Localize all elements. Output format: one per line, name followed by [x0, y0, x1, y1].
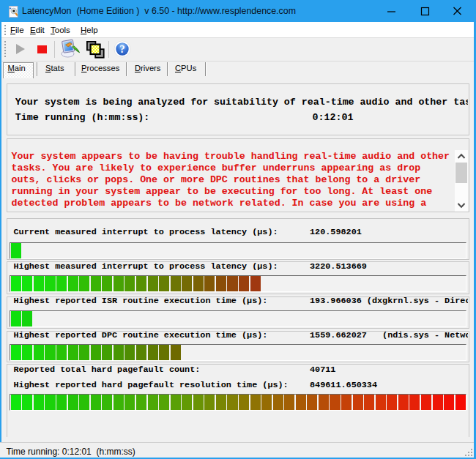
- svg-text:?: ?: [119, 43, 125, 55]
